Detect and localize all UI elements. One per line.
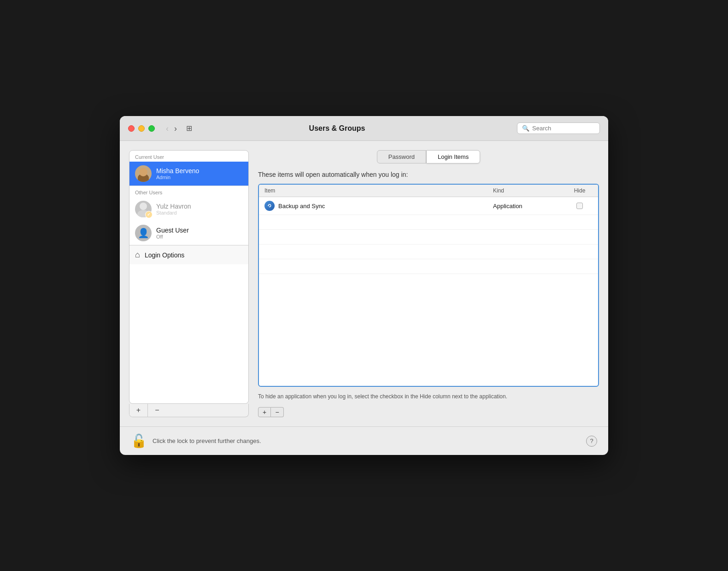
maximize-button[interactable] bbox=[148, 125, 155, 132]
user-list: Current User Misha Berveno Admin bbox=[129, 150, 249, 404]
main-panel: Password Login Items These items will op… bbox=[258, 150, 599, 417]
hint-text: To hide an application when you log in, … bbox=[258, 392, 599, 401]
minimize-button[interactable] bbox=[138, 125, 145, 132]
empty-row-5 bbox=[259, 274, 598, 289]
login-options-label: Login Options bbox=[145, 251, 184, 259]
lock-text: Click the lock to prevent further change… bbox=[153, 437, 261, 444]
user-name-misha: Misha Berveno bbox=[156, 167, 243, 175]
lock-icon[interactable]: 🔓 bbox=[131, 433, 147, 449]
empty-row-2 bbox=[259, 230, 598, 245]
column-item: Item bbox=[259, 187, 487, 194]
empty-row-3 bbox=[259, 245, 598, 259]
help-button[interactable]: ? bbox=[586, 436, 597, 447]
table-header: Item Kind Hide bbox=[259, 185, 598, 197]
avatar-yulz-wrap: ✓ bbox=[135, 201, 152, 217]
content: Current User Misha Berveno Admin bbox=[120, 141, 608, 426]
items-table: Item Kind Hide Backup and Sync bbox=[258, 184, 599, 387]
tab-password[interactable]: Password bbox=[377, 150, 426, 163]
sidebar: Current User Misha Berveno Admin bbox=[129, 150, 249, 417]
avatar-guest-wrap: 👤 bbox=[135, 225, 152, 241]
window-title: Users & Groups bbox=[163, 124, 511, 133]
close-button[interactable] bbox=[128, 125, 135, 132]
empty-rows bbox=[259, 215, 598, 289]
remove-item-button[interactable]: − bbox=[271, 407, 284, 417]
remove-user-button[interactable]: − bbox=[148, 404, 166, 417]
avatar-misha-wrap bbox=[135, 165, 152, 182]
current-user-label: Current User bbox=[129, 151, 248, 162]
search-input[interactable] bbox=[532, 125, 592, 132]
search-box: 🔍 bbox=[517, 122, 600, 134]
titlebar: ‹ › ⊞ Users & Groups 🔍 bbox=[120, 116, 608, 141]
footer: 🔓 Click the lock to prevent further chan… bbox=[120, 426, 608, 455]
user-role-guest: Off bbox=[156, 234, 243, 239]
user-role-yulz: Standard bbox=[156, 210, 243, 216]
item-cell: Backup and Sync bbox=[259, 201, 487, 211]
window: ‹ › ⊞ Users & Groups 🔍 Current User bbox=[120, 116, 608, 455]
item-name: Backup and Sync bbox=[278, 203, 325, 210]
column-kind: Kind bbox=[487, 187, 561, 194]
user-item-misha[interactable]: Misha Berveno Admin bbox=[129, 162, 248, 186]
tabs: Password Login Items bbox=[258, 150, 599, 163]
avatar-guest: 👤 bbox=[135, 225, 152, 241]
search-icon: 🔍 bbox=[522, 125, 529, 132]
tab-login-items[interactable]: Login Items bbox=[426, 150, 480, 163]
empty-row-4 bbox=[259, 259, 598, 274]
home-icon: ⌂ bbox=[135, 250, 140, 260]
table-actions: + − bbox=[258, 407, 599, 417]
user-item-yulz[interactable]: ✓ Yulz Havron Standard bbox=[129, 197, 248, 221]
traffic-lights bbox=[128, 125, 155, 132]
misha-head bbox=[139, 168, 147, 176]
empty-row-1 bbox=[259, 215, 598, 230]
user-name-yulz: Yulz Havron bbox=[156, 203, 243, 210]
hide-checkbox[interactable] bbox=[576, 203, 583, 209]
footer-left: 🔓 Click the lock to prevent further chan… bbox=[131, 433, 261, 449]
user-info-yulz: Yulz Havron Standard bbox=[156, 203, 243, 216]
add-item-button[interactable]: + bbox=[258, 407, 271, 417]
other-users-label: Other Users bbox=[129, 186, 248, 197]
yulz-badge: ✓ bbox=[145, 211, 153, 218]
table-row[interactable]: Backup and Sync Application bbox=[259, 197, 598, 215]
kind-cell: Application bbox=[487, 203, 561, 210]
user-info-guest: Guest User Off bbox=[156, 227, 243, 239]
user-name-guest: Guest User bbox=[156, 227, 243, 234]
avatar-misha bbox=[135, 165, 152, 182]
table-body: Backup and Sync Application bbox=[259, 197, 598, 289]
user-role-misha: Admin bbox=[156, 175, 243, 180]
hide-cell bbox=[561, 203, 598, 209]
guest-user-icon: 👤 bbox=[138, 227, 149, 239]
user-info-misha: Misha Berveno Admin bbox=[156, 167, 243, 180]
backup-sync-icon bbox=[264, 201, 275, 211]
add-user-button[interactable]: + bbox=[129, 404, 148, 417]
login-options-row[interactable]: ⌂ Login Options bbox=[129, 245, 248, 264]
login-items-description: These items will open automatically when… bbox=[258, 171, 599, 178]
column-hide: Hide bbox=[561, 187, 598, 194]
user-item-guest[interactable]: 👤 Guest User Off bbox=[129, 221, 248, 245]
sidebar-actions: + − bbox=[129, 404, 249, 417]
